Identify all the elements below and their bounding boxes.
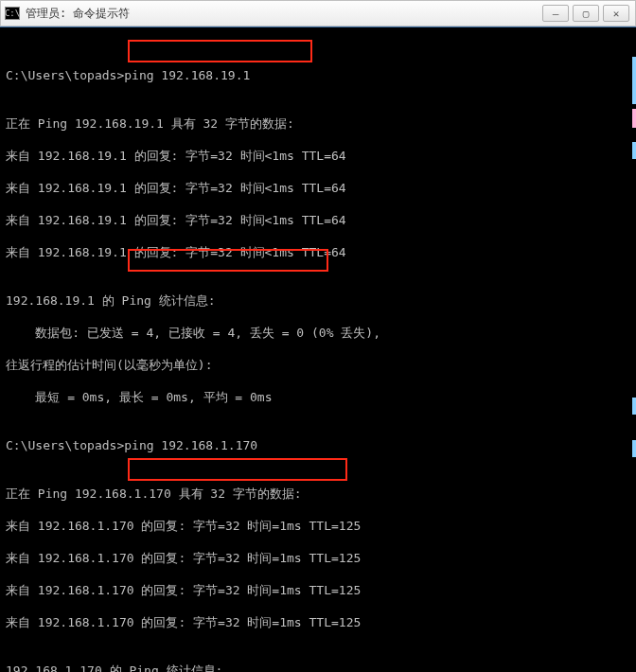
cmd-icon: C:\ [5, 7, 20, 20]
terminal-output[interactable]: C:\Users\topads>ping 192.168.19.1 正在 Pin… [0, 27, 636, 672]
titlebar[interactable]: C:\ 管理员: 命令提示符 — ▢ ✕ [0, 0, 636, 27]
output-line: 往返行程的估计时间(以毫秒为单位): [6, 357, 630, 373]
output-line: 来自 192.168.1.170 的回复: 字节=32 时间=1ms TTL=1… [6, 550, 630, 566]
maximize-button[interactable]: ▢ [573, 5, 599, 22]
output-line: 来自 192.168.19.1 的回复: 字节=32 时间<1ms TTL=64 [6, 148, 630, 164]
output-line: 正在 Ping 192.168.1.170 具有 32 字节的数据: [6, 486, 630, 502]
output-line: 最短 = 0ms, 最长 = 0ms, 平均 = 0ms [6, 389, 630, 405]
output-line: 来自 192.168.19.1 的回复: 字节=32 时间<1ms TTL=64 [6, 212, 630, 228]
cmd-window: C:\ 管理员: 命令提示符 — ▢ ✕ C:\Users\topads>pin… [0, 0, 636, 672]
output-line: 192.168.19.1 的 Ping 统计信息: [6, 292, 630, 309]
window-title: 管理员: 命令提示符 [26, 6, 537, 22]
output-line: 来自 192.168.1.170 的回复: 字节=32 时间=1ms TTL=1… [6, 582, 630, 598]
window-buttons: — ▢ ✕ [542, 5, 629, 22]
prompt-line-1: C:\Users\topads>ping 192.168.19.1 [6, 67, 630, 83]
output-line: 来自 192.168.1.170 的回复: 字节=32 时间=1ms TTL=1… [6, 614, 630, 630]
cmd-input-2: ping 192.168.1.170 [124, 438, 257, 452]
prompt: C:\Users\topads> [6, 438, 124, 452]
prompt: C:\Users\topads> [6, 68, 124, 82]
cmd-input-1: ping 192.168.19.1 [124, 68, 250, 82]
output-line: 来自 192.168.19.1 的回复: 字节=32 时间<1ms TTL=64 [6, 180, 630, 196]
output-line: 来自 192.168.1.170 的回复: 字节=32 时间=1ms TTL=1… [6, 518, 630, 534]
close-button[interactable]: ✕ [603, 5, 629, 22]
side-decoration [632, 0, 636, 672]
output-line: 正在 Ping 192.168.19.1 具有 32 字节的数据: [6, 115, 630, 132]
minimize-button[interactable]: — [542, 5, 569, 22]
output-line: 192.168.1.170 的 Ping 统计信息: [6, 663, 630, 672]
output-line: 来自 192.168.19.1 的回复: 字节=32 时间<1ms TTL=64 [6, 244, 630, 260]
prompt-line-2: C:\Users\topads>ping 192.168.1.170 [6, 437, 630, 453]
output-line: 数据包: 已发送 = 4, 已接收 = 4, 丢失 = 0 (0% 丢失), [6, 325, 630, 341]
